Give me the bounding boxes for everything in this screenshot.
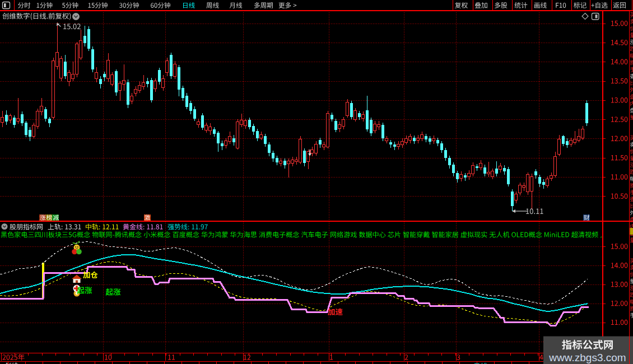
event-badge[interactable] <box>46 214 53 221</box>
trading-app-window: www.zbgs3.com <box>0 0 633 364</box>
chevron-down-circle-icon[interactable] <box>2 223 8 230</box>
watermark-url: www.zbgs3.com <box>548 352 626 363</box>
event-badge[interactable] <box>52 214 59 221</box>
chevron-down-circle-icon[interactable] <box>72 13 80 20</box>
toolbar <box>0 0 633 11</box>
event-badge[interactable] <box>583 214 590 221</box>
watermark: www.zbgs3.com <box>543 337 633 364</box>
event-badge[interactable] <box>144 214 151 221</box>
event-badge[interactable] <box>39 214 46 221</box>
